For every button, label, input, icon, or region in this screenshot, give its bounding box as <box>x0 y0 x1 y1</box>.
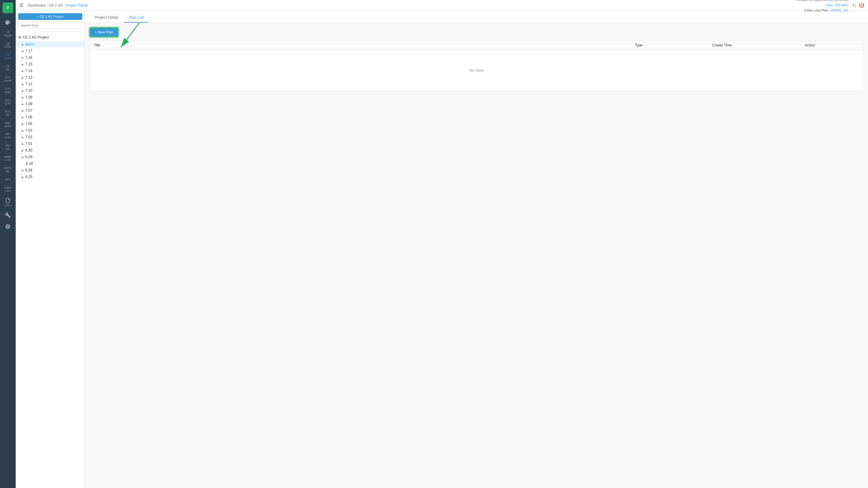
left-panel-header: + CE 2.4G Project <box>16 11 85 32</box>
col-action: Action <box>801 41 863 50</box>
tree-item-709[interactable]: ▶ 7.09 <box>16 94 85 101</box>
app-logo[interactable]: T <box>2 2 13 13</box>
tree-item-710[interactable]: ▶ 7.10 <box>16 87 85 94</box>
tree-root[interactable]: ⊞ CE 2.4G Project <box>16 33 85 41</box>
chevron-icon: ▶ <box>22 96 24 99</box>
no-data-row: No Data <box>90 50 863 91</box>
grid-icon: ⊞ <box>18 35 22 39</box>
no-data-text: No Data <box>90 50 863 91</box>
chevron-icon: ▶ <box>22 43 24 46</box>
refresh-icon[interactable]: ↻ <box>852 2 857 9</box>
cable-loss-info: Cable Loss Plan: 100168_101 <box>797 8 848 13</box>
tree-item-705[interactable]: ▶ 7.05 <box>16 121 85 127</box>
tree-item-label: demo <box>25 42 82 46</box>
tab-project-detail[interactable]: Project Detail <box>90 13 123 23</box>
chevron-icon: ▶ <box>22 122 24 126</box>
col-create-time: Create Time <box>709 41 801 50</box>
tree-item-demo[interactable]: ▶ demo <box>16 41 85 47</box>
tree-item-713[interactable]: ▶ 7.13 <box>16 74 85 81</box>
sidebar-item-mic-5g[interactable]: MIC5G <box>0 141 16 153</box>
sidebar-item-fcc-5g[interactable]: FCC5G <box>0 107 16 119</box>
sidebar-item-mic-234g[interactable]: MIC234G <box>0 119 16 130</box>
chevron-icon: ▶ <box>22 56 24 59</box>
left-panel: + CE 2.4G Project ⊞ CE 2.4G Project ▶ de… <box>16 11 85 488</box>
breadcrumb: Dashboard / CE 2.4G / Project Panel <box>28 3 88 7</box>
hamburger-menu[interactable]: ☰ <box>19 2 24 8</box>
chevron-icon: ▶ <box>22 76 24 79</box>
tree-item-708[interactable]: ▶ 7.08 <box>16 101 85 107</box>
icon-sidebar: T CE5GNR CE234G CE2.4G CE5G FCC5GNR FCC2… <box>0 0 16 488</box>
sidebar-item-dfs[interactable]: DFS <box>0 175 16 184</box>
chevron-icon: ▶ <box>22 135 24 139</box>
data-table: Title Type Create Time Action No Data <box>90 40 863 91</box>
chevron-icon: ▶ <box>22 83 24 86</box>
sidebar-item-srrc-24g[interactable]: SRRC2.4G <box>0 153 16 164</box>
top-header: ☰ Dashboard / CE 2.4G / Project Panel Ve… <box>16 0 868 11</box>
chevron-icon: ▶ <box>22 116 24 119</box>
chevron-icon: ▶ <box>22 109 24 112</box>
project-button[interactable]: + CE 2.4G Project <box>18 13 82 20</box>
chevron-icon: ▶ <box>22 69 24 73</box>
sidebar-item-ce-234g[interactable]: CE234G <box>0 40 16 51</box>
sidebar-item-srrc-5g[interactable]: SRRC5G <box>0 164 16 175</box>
sidebar-item-palette[interactable] <box>0 17 16 28</box>
tab-plan-list[interactable]: Plan List <box>124 13 149 23</box>
tree-item-630[interactable]: ▶ 6.30 <box>16 147 85 154</box>
chevron-icon: ▶ <box>22 63 24 66</box>
tabs-bar: Project Detail Plan List <box>85 11 868 23</box>
sidebar-item-doc[interactable]: DOC <box>0 195 16 210</box>
right-content: Project Detail Plan List + New Plan Titl… <box>85 11 868 488</box>
header-right: Version: 2.0 (2021.09.29_16.02.58) User:… <box>797 0 864 13</box>
tree-item-714[interactable]: ▶ 7.14 <box>16 67 85 74</box>
tree-item-701[interactable]: ▶ 7.01 <box>16 140 85 147</box>
tree-item-702[interactable]: ▶ 7.02 <box>16 134 85 140</box>
chevron-icon: ▶ <box>22 142 24 145</box>
tree-root-label: CE 2.4G Project <box>23 35 49 39</box>
tree-item-715[interactable]: ▶ 7.15 <box>16 61 85 67</box>
tree-item-712[interactable]: ▶ 7.12 <box>16 81 85 87</box>
col-title: Title <box>90 41 631 50</box>
user-info: User: 252-ABC <box>797 3 848 8</box>
tree-item-626[interactable]: ▶ 6.26 <box>16 167 85 173</box>
tree-item-717[interactable]: ▶ 7.17 <box>16 47 85 54</box>
chevron-icon: ▶ <box>22 102 24 106</box>
sidebar-item-fcc-5gnr[interactable]: FCC5GNR <box>0 73 16 85</box>
sidebar-item-mic-24g[interactable]: MIC2.4G <box>0 130 16 141</box>
chevron-icon: ▶ <box>22 129 24 132</box>
sidebar-item-fcc-24g[interactable]: FCC2.4G <box>0 96 16 108</box>
tree-item-707[interactable]: ▶ 7.07 <box>16 107 85 114</box>
breadcrumb-project-panel: Project Panel <box>66 3 87 7</box>
chevron-icon: ▶ <box>22 175 24 178</box>
tree-item-629[interactable]: ▶ 6.29 <box>16 154 85 160</box>
breadcrumb-ce24g[interactable]: CE 2.4G <box>49 3 63 7</box>
version-info: Version: 2.0 (2021.09.29_16.02.58) <box>797 0 848 3</box>
tree-item-716[interactable]: ▶ 7.16 <box>16 54 85 61</box>
content-area: + New Plan Title Type Create Time Action <box>85 23 868 488</box>
power-icon[interactable]: ⏻ <box>859 2 864 9</box>
sidebar-item-ce-5gnr[interactable]: CE5GNR <box>0 28 16 40</box>
sidebar-item-fcc-234g[interactable]: FCC234G <box>0 85 16 96</box>
col-type: Type <box>631 41 709 50</box>
sidebar-item-cable-loss[interactable]: CableLoss <box>0 184 16 195</box>
chevron-icon: ▶ <box>22 149 24 152</box>
sidebar-item-ce-5g[interactable]: CE5G <box>0 62 16 74</box>
tree-item-706[interactable]: ▶ 7.06 <box>16 114 85 121</box>
new-plan-button[interactable]: + New Plan <box>90 28 118 37</box>
tree-item-703[interactable]: ▶ 7.03 <box>16 127 85 134</box>
sidebar-item-ce-24g[interactable]: CE2.4G <box>0 51 16 62</box>
sidebar-item-tools[interactable] <box>0 210 16 221</box>
main-area: + CE 2.4G Project ⊞ CE 2.4G Project ▶ de… <box>16 11 868 488</box>
search-input[interactable] <box>18 22 82 29</box>
chevron-icon: ▶ <box>22 156 24 159</box>
breadcrumb-dashboard[interactable]: Dashboard <box>28 3 45 7</box>
tree-item-625[interactable]: ▶ 6.25 <box>16 173 85 180</box>
chevron-icon: ▶ <box>22 169 24 172</box>
project-tree: ⊞ CE 2.4G Project ▶ demo ▶ 7.17 ▶ 7.16 ▶… <box>16 32 85 488</box>
tree-item-628[interactable]: 6.28 <box>16 160 85 167</box>
chevron-icon: ▶ <box>22 50 24 53</box>
sidebar-item-settings[interactable] <box>0 221 16 233</box>
chevron-icon: ▶ <box>22 89 24 93</box>
